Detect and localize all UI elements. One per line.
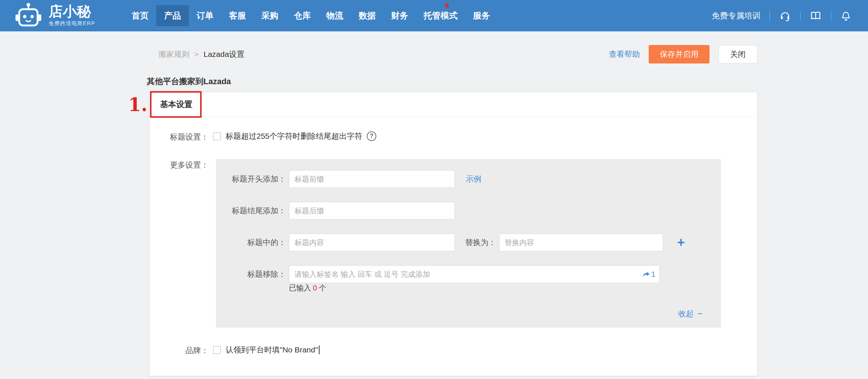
- nav-item-data[interactable]: 数据: [351, 0, 383, 31]
- nav-item-warehouse[interactable]: 仓库: [286, 0, 318, 31]
- title-contains-input[interactable]: [289, 234, 455, 251]
- app-logo[interactable]: 店小秘 免费跨境电商ERP: [14, 3, 95, 29]
- title-contains-label: 标题中的：: [216, 237, 286, 248]
- title-setting-label: 标题设置：: [150, 131, 209, 142]
- collapse-panel-link[interactable]: 收起 −: [678, 309, 703, 319]
- basic-settings-card: 1. 基本设置 标题设置： 标题超过255个字符时删除结尾超出字符 ? 更多设置…: [149, 92, 757, 376]
- title-truncate-checkbox[interactable]: [213, 132, 221, 140]
- entered-suffix: 个: [319, 284, 326, 292]
- nav-item-managed-mode[interactable]: 托管模式: [416, 0, 465, 31]
- nav-item-purchasing[interactable]: 采购: [254, 0, 286, 31]
- page-toolbar: 搬家规则 > Lazada设置 查看帮助 保存并启用 关闭: [149, 45, 757, 63]
- close-button[interactable]: 关闭: [718, 45, 757, 63]
- card-section-header: 基本设置: [150, 92, 757, 117]
- brand-row: 品牌： 认领到平台时填"No Brand": [150, 345, 757, 356]
- collapse-minus-icon: −: [697, 309, 703, 319]
- nav-item-home[interactable]: 首页: [124, 0, 156, 31]
- card-body: 标题设置： 标题超过255个字符时删除结尾超出字符 ? 更多设置： 标题开头添加…: [150, 117, 757, 356]
- text-cursor: [319, 345, 320, 354]
- nav-item-label: 托管模式: [423, 10, 457, 21]
- title-prefix-row: 标题开头添加： 示例: [216, 170, 721, 188]
- title-suffix-row: 标题结尾添加：: [216, 202, 721, 220]
- tag-counter-value: 1: [651, 270, 655, 279]
- breadcrumb-separator: >: [194, 50, 199, 59]
- entered-prefix: 已输入: [289, 284, 311, 292]
- replace-with-input[interactable]: [499, 234, 663, 251]
- collapse-label: 收起: [678, 309, 694, 319]
- nav-item-orders[interactable]: 订单: [189, 0, 221, 31]
- replace-with-label: 替换为：: [465, 237, 496, 248]
- collapse-row: 收起 −: [216, 309, 721, 319]
- divider: [831, 11, 831, 21]
- annotation-number: 1.: [128, 96, 147, 114]
- logo-title: 店小秘: [49, 4, 95, 19]
- title-prefix-label: 标题开头添加：: [216, 174, 286, 184]
- save-and-enable-button[interactable]: 保存并启用: [649, 45, 710, 63]
- more-settings-label: 更多设置：: [150, 159, 209, 170]
- nav-item-finance[interactable]: 财务: [383, 0, 416, 31]
- title-replace-row: 标题中的： 替换为： +: [216, 234, 721, 251]
- nav-item-services[interactable]: 服务: [465, 0, 498, 31]
- notifications-bell-button[interactable]: [840, 10, 851, 22]
- brand-label: 品牌：: [150, 345, 209, 356]
- top-navbar: 店小秘 免费跨境电商ERP 首页 产品 订单 客服 采购 仓库 物流 数据 财务…: [0, 0, 868, 31]
- main-nav-menu: 首页 产品 订单 客服 采购 仓库 物流 数据 财务 托管模式 服务: [124, 0, 498, 31]
- entered-count: 0: [313, 284, 317, 292]
- divider: [800, 11, 801, 21]
- page-title: 其他平台搬家到Lazada: [147, 76, 757, 87]
- free-training-link[interactable]: 免费专属培训: [712, 10, 760, 21]
- title-remove-row: 标题移除： 1: [216, 265, 721, 283]
- title-truncate-checkbox-label: 标题超过255个字符时删除结尾超出字符: [226, 131, 362, 141]
- brand-checkbox-label: 认领到平台时填"No Brand": [226, 345, 318, 355]
- breadcrumb-parent[interactable]: 搬家规则: [158, 49, 189, 59]
- nav-item-products[interactable]: 产品: [156, 5, 189, 26]
- title-remove-label: 标题移除：: [216, 269, 286, 279]
- more-settings-panel: 标题开头添加： 示例 标题结尾添加： 标题中的： 替换为： +: [216, 159, 721, 328]
- title-suffix-input[interactable]: [289, 202, 455, 220]
- notification-dot: [445, 3, 449, 7]
- title-suffix-label: 标题结尾添加：: [216, 206, 286, 216]
- title-remove-tags-input[interactable]: [289, 265, 660, 283]
- docs-book-button[interactable]: [810, 10, 822, 22]
- divider: [770, 11, 770, 21]
- brand-no-brand-checkbox[interactable]: [213, 346, 221, 354]
- help-question-icon[interactable]: ?: [367, 131, 376, 141]
- tag-counter-badge[interactable]: 1: [642, 270, 655, 279]
- logo-subtitle: 免费跨境电商ERP: [49, 20, 95, 27]
- toolbar-actions: 查看帮助 保存并启用 关闭: [609, 45, 757, 63]
- nav-item-logistics[interactable]: 物流: [318, 0, 351, 31]
- view-help-link[interactable]: 查看帮助: [609, 49, 640, 59]
- headset-support-button[interactable]: [779, 10, 791, 22]
- nav-item-customer-service[interactable]: 客服: [221, 0, 254, 31]
- example-link[interactable]: 示例: [466, 174, 481, 184]
- more-settings-row: 更多设置： 标题开头添加： 示例 标题结尾添加： 标题中的： 替换: [150, 159, 757, 328]
- breadcrumb-current: Lazada设置: [203, 49, 244, 59]
- title-prefix-input[interactable]: [289, 170, 455, 188]
- navbar-right: 免费专属培训: [712, 10, 851, 22]
- entered-count-line: 已输入0个: [289, 283, 721, 293]
- robot-logo-icon: [14, 3, 43, 29]
- breadcrumb: 搬家规则 > Lazada设置: [149, 49, 244, 59]
- title-setting-row: 标题设置： 标题超过255个字符时删除结尾超出字符 ?: [150, 131, 757, 142]
- forward-arrow-icon: [642, 270, 651, 278]
- add-rule-plus-icon[interactable]: +: [677, 236, 685, 249]
- page-content: 搬家规则 > Lazada设置 查看帮助 保存并启用 关闭 其他平台搬家到Laz…: [149, 45, 757, 376]
